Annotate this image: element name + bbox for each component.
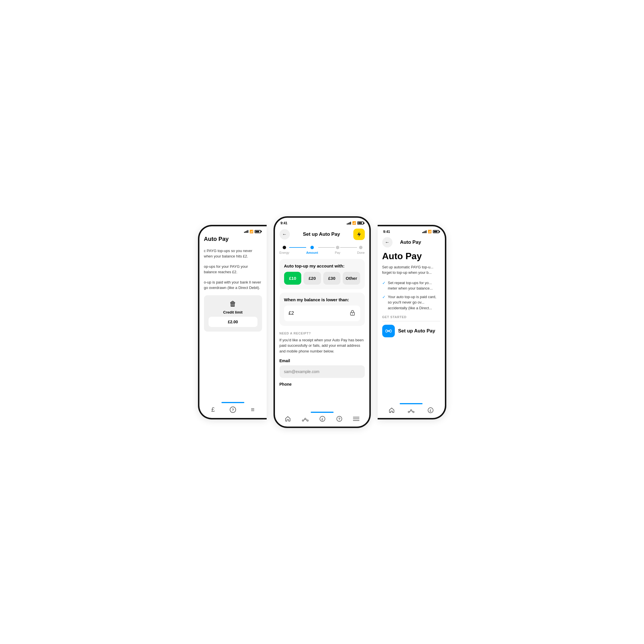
lock-icon [349, 310, 356, 317]
topup-card: Auto top-up my account with: £10 £20 £30… [280, 259, 365, 289]
email-label: Email [280, 358, 365, 363]
left-body1: c PAYG top-ups so you never when your ba… [204, 248, 262, 259]
center-header: ← Set up Auto Pay [275, 226, 369, 243]
amount-other-button[interactable]: Other [343, 272, 360, 285]
step-done: Done [357, 246, 364, 254]
status-icons-left: 📶 [244, 230, 261, 233]
signal-icon [244, 230, 248, 233]
step-label-amount: Amount [306, 251, 318, 254]
check-item-1: ✓ Set repeat top-ups for yo... meter whe… [382, 280, 440, 291]
phone-left: 📶 Auto Pay c PAYG top-ups so you never w… [198, 225, 267, 419]
step-dot-amount [310, 246, 314, 249]
status-bar-left: 📶 [199, 226, 267, 235]
nav-icons-right: £ [382, 407, 440, 413]
status-bar-center: 9:41 📶 [275, 218, 369, 226]
time-right: 9:41 [383, 230, 390, 234]
balance-label: When my balance is lower than: [284, 297, 360, 302]
auto-pay-title: Auto Pay [382, 251, 440, 261]
left-body3: o-up is paid with your bank ll never go … [204, 280, 262, 291]
nav-indicator-right [400, 403, 423, 404]
center-header-title: Set up Auto Pay [303, 231, 340, 237]
nav-icons-left: £ ? ≡ [204, 406, 262, 413]
svg-text:?: ? [338, 417, 340, 421]
step-dot-pay [336, 246, 339, 249]
check-icon-2: ✓ [382, 295, 386, 299]
nav-pound-left[interactable]: £ [211, 406, 215, 413]
receipt-section-label: NEED A RECEIPT? [280, 332, 365, 335]
topup-label: Auto top-up my account with: [284, 263, 360, 268]
svg-line-20 [412, 411, 413, 412]
svg-point-5 [304, 418, 306, 419]
bottom-nav-left: £ ? ≡ [199, 400, 267, 418]
step-amount: Amount [306, 246, 318, 254]
balance-card: When my balance is lower than: £2 [280, 293, 365, 326]
credit-value: £2.00 [209, 317, 257, 327]
phone-right: 9:41 📶 ← Auto Pay Auto Pa [378, 225, 446, 419]
time-center: 9:41 [281, 221, 288, 225]
status-icons-center: 📶 [347, 221, 364, 225]
step-label-pay: Pay [335, 251, 340, 254]
nav-menu-center[interactable] [353, 417, 359, 421]
step-dot-done [359, 246, 362, 249]
step-pay: Pay [335, 246, 340, 254]
infinity-icon [382, 325, 395, 337]
signal-icon-center [347, 222, 351, 225]
amount-10-button[interactable]: £10 [284, 272, 302, 285]
email-input[interactable] [280, 365, 365, 378]
center-screen-content: Auto top-up my account with: £10 £20 £30… [275, 259, 369, 428]
nav-indicator-center [311, 412, 334, 413]
step-energy: Energy [280, 246, 290, 254]
svg-point-17 [410, 409, 412, 411]
svg-text:?: ? [232, 408, 234, 412]
nav-pound-right[interactable]: £ [427, 407, 434, 413]
right-header-title: Auto Pay [400, 239, 421, 245]
step-label-energy: Energy [280, 251, 290, 254]
lightning-button[interactable] [353, 229, 365, 240]
check-item-2: ✓ Your auto top-up is paid card, so you'… [382, 294, 440, 311]
svg-line-8 [306, 419, 307, 420]
wifi-icon-center: 📶 [352, 221, 356, 225]
nav-icons-center: £ ? [280, 416, 365, 422]
bottom-nav-center: £ ? [275, 409, 369, 427]
nav-home-right[interactable] [389, 407, 395, 413]
auto-pay-desc: Set up automatic PAYG top-u... forget to… [382, 264, 440, 276]
nav-help-left[interactable]: ? [230, 407, 236, 413]
nav-home-center[interactable] [285, 416, 291, 422]
battery-icon-right [433, 230, 439, 233]
nav-indicator-left [221, 402, 244, 403]
wifi-icon: 📶 [249, 230, 253, 233]
credit-label: Credit limit [209, 310, 257, 314]
step-line-1 [289, 247, 306, 248]
nav-menu-left[interactable]: ≡ [251, 406, 255, 413]
balance-input-row: £2 [284, 306, 360, 321]
nav-pound-center[interactable]: £ [319, 416, 326, 422]
left-body2: op-ups for your PAYG your balance reache… [204, 264, 262, 275]
amount-30-button[interactable]: £30 [323, 272, 341, 285]
step-line-3 [340, 247, 357, 248]
right-content-inner: Auto Pay Set up automatic PAYG top-u... … [378, 251, 445, 338]
progress-steps: Energy Amount Pay Done [275, 243, 369, 259]
amount-options: £10 £20 £30 Other [284, 272, 360, 285]
status-bar-right: 9:41 📶 [378, 226, 445, 235]
screens-container: 📶 Auto Pay c PAYG top-ups so you never w… [198, 216, 446, 428]
nav-network-center[interactable] [302, 416, 309, 422]
phone-center: 9:41 📶 ← Set up Auto Pay [274, 216, 371, 428]
svg-text:£: £ [322, 417, 323, 421]
svg-line-7 [304, 419, 305, 420]
setup-autopay-button[interactable]: Set up Auto Pay [382, 325, 440, 337]
nav-network-right[interactable] [407, 407, 415, 413]
credit-card: 🗑 Credit limit £2.00 [204, 295, 262, 332]
svg-text:£: £ [430, 409, 431, 412]
back-button-right[interactable]: ← [382, 237, 393, 247]
nav-help-center[interactable]: ? [336, 416, 342, 422]
right-header: ← Auto Pay [378, 235, 445, 251]
left-title-area: Auto Pay [199, 235, 267, 248]
phone-label: Phone [280, 382, 365, 387]
wifi-icon-right: 📶 [428, 230, 432, 233]
step-dot-energy [283, 246, 286, 249]
back-button-center[interactable]: ← [280, 229, 290, 239]
check-text-1: Set repeat top-ups for yo... meter when … [388, 280, 440, 291]
bottom-nav-right: £ [378, 401, 445, 418]
amount-20-button[interactable]: £20 [304, 272, 321, 285]
battery-icon [255, 230, 261, 233]
